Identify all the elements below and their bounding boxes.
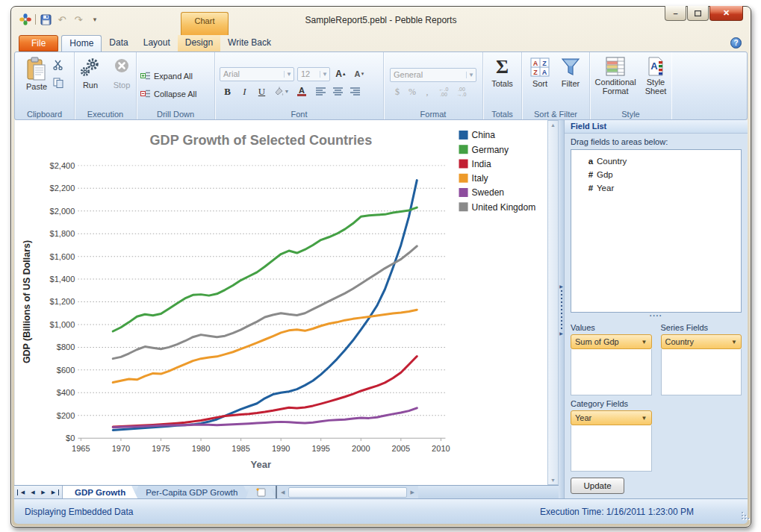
field-listbox[interactable]: aCountry#Gdp#Year (571, 149, 742, 313)
sheet-tab-gdp-growth[interactable]: GDP Growth (63, 486, 137, 498)
style-sheet-button[interactable]: A StyleSheet (642, 55, 670, 97)
tab-write-back[interactable]: Write Back (220, 35, 279, 51)
sheet-tab-strip: ◀ ◀ ▶ ▶ GDP Growth Per-Capita GDP Growth… (14, 485, 559, 498)
tab-layout[interactable]: Layout (136, 35, 178, 51)
align-center-button[interactable] (330, 85, 346, 98)
values-field-value: Sum of Gdp (575, 337, 619, 346)
horizontal-scroll-thumb[interactable] (288, 487, 406, 498)
chart-canvas[interactable]: $0$200$400$600$800$1,000$1,200$1,400$1,6… (14, 120, 547, 485)
window-title: SampleReport5.pebl - Pebble Reports (14, 15, 748, 25)
font-color-button[interactable]: A (292, 85, 311, 98)
category-fields-label: Category Fields (571, 399, 652, 408)
splitter-arrow-icon[interactable]: ▶ (559, 284, 563, 289)
decrease-decimal-button[interactable]: .00 →.0 (453, 87, 470, 97)
drag-handle[interactable]: ···· (571, 313, 742, 319)
svg-text:$0: $0 (66, 434, 75, 442)
gears-icon (79, 57, 102, 79)
comma-button[interactable]: , (420, 87, 435, 98)
values-field-dropdown[interactable]: Sum of Gdp ▼ (571, 334, 652, 349)
collapse-all-label: Collapse All (154, 90, 196, 98)
group-sortfilter: A Z Z A Sort Filter Sort & Filter (522, 52, 590, 119)
italic-button[interactable]: I (237, 85, 252, 98)
field-item-country[interactable]: aCountry (574, 154, 738, 168)
nav-prev-button[interactable]: ◀ (28, 489, 38, 495)
align-right-button[interactable] (347, 85, 363, 98)
svg-text:$1,800: $1,800 (50, 229, 75, 238)
expand-all-button[interactable]: Expand All (138, 69, 195, 82)
copy-button[interactable] (50, 76, 66, 90)
horizontal-scrollbar[interactable]: ◀ ▶ (276, 486, 417, 498)
svg-text:$200: $200 (57, 411, 75, 420)
close-button[interactable]: ✕ (709, 6, 743, 21)
style-sheet-label: StyleSheet (645, 78, 667, 96)
maximize-icon (695, 10, 701, 16)
collapse-all-button[interactable]: Collapse All (138, 87, 199, 100)
grow-font-button[interactable]: A▲ (333, 67, 349, 81)
svg-text:1985: 1985 (232, 444, 250, 453)
tab-design[interactable]: Design (178, 35, 220, 51)
svg-text:$2,400: $2,400 (50, 161, 75, 170)
font-family-combo[interactable]: Arial▼ (220, 67, 294, 81)
chevron-down-icon: ▼ (731, 339, 737, 345)
series-line-italy[interactable] (113, 310, 417, 382)
field-item-year[interactable]: #Year (574, 181, 738, 195)
paste-button[interactable]: Paste (23, 55, 50, 93)
tab-home[interactable]: Home (61, 35, 102, 51)
run-button[interactable]: Run (76, 55, 105, 91)
scroll-right-icon[interactable]: ▶ (407, 489, 418, 495)
nav-first-button[interactable]: ◀ (17, 489, 28, 495)
increase-decimal-button[interactable]: ←.0 .00 (435, 87, 453, 97)
svg-text:2005: 2005 (392, 444, 411, 453)
number-format-combo[interactable]: General▼ (390, 68, 476, 82)
stop-label: Stop (114, 81, 131, 90)
vertical-scrollbar[interactable]: ▲ ▼ (547, 120, 559, 485)
filter-button[interactable]: Filter (557, 55, 584, 90)
cut-button[interactable] (50, 58, 66, 72)
totals-button[interactable]: Σ Totals (488, 55, 516, 90)
scroll-up-icon[interactable]: ▲ (550, 122, 556, 128)
bold-button[interactable]: B (220, 85, 235, 98)
series-line-india[interactable] (113, 357, 417, 427)
minimize-button[interactable]: – (665, 6, 686, 21)
svg-text:$2,200: $2,200 (50, 184, 75, 193)
panel-splitter[interactable]: ▶ ▶ (559, 120, 564, 498)
update-button[interactable]: Update (571, 478, 624, 494)
series-drop-area[interactable] (661, 349, 742, 395)
percent-button[interactable]: % (405, 87, 420, 98)
tab-data[interactable]: Data (102, 35, 135, 51)
nav-next-button[interactable]: ▶ (38, 489, 49, 495)
nav-last-button[interactable]: ▶ (49, 489, 59, 495)
category-drop-area[interactable] (571, 425, 652, 472)
maximize-button[interactable] (687, 6, 709, 21)
resize-grip[interactable] (742, 519, 743, 519)
legend-swatch-united-kingdom (459, 202, 468, 211)
currency-button[interactable]: $ (390, 87, 405, 98)
align-left-button[interactable] (313, 85, 329, 98)
fill-color-button[interactable]: ▼ (271, 85, 291, 98)
values-drop-area[interactable] (571, 349, 652, 395)
splitter-arrow-icon2[interactable]: ▶ (559, 331, 563, 336)
series-line-united-kingdom[interactable] (113, 246, 417, 359)
stop-button[interactable]: Stop (109, 55, 134, 91)
new-sheet-tab-button[interactable] (246, 486, 276, 498)
underline-button[interactable]: U (254, 85, 270, 98)
scroll-left-icon[interactable]: ◀ (277, 489, 288, 495)
help-button[interactable]: ? (730, 37, 742, 48)
help-icon: ? (733, 39, 738, 47)
field-item-gdp[interactable]: #Gdp (574, 168, 738, 181)
x-axis (78, 438, 445, 441)
font-size-combo[interactable]: 12▼ (297, 67, 330, 81)
shrink-font-button[interactable]: A▼ (352, 67, 367, 81)
group-font: Arial▼ 12▼ A▲ A▼ B I U (215, 52, 384, 119)
splitter-grip[interactable] (561, 290, 562, 329)
scroll-down-icon[interactable]: ▼ (550, 478, 556, 483)
category-field-dropdown[interactable]: Year ▼ (571, 410, 652, 425)
sheet-tab-per-capita[interactable]: Per-Capita GDP Growth (134, 486, 249, 498)
series-field-dropdown[interactable]: Country ▼ (661, 334, 742, 349)
tab-file[interactable]: File (19, 35, 58, 51)
contextual-tab-chart[interactable]: Chart (181, 12, 229, 35)
conditional-format-button[interactable]: ConditionalFormat (592, 55, 639, 97)
sort-button[interactable]: A Z Z A Sort (527, 55, 553, 90)
legend-label-germany: Germany (472, 145, 509, 155)
minimize-icon: – (673, 9, 677, 18)
